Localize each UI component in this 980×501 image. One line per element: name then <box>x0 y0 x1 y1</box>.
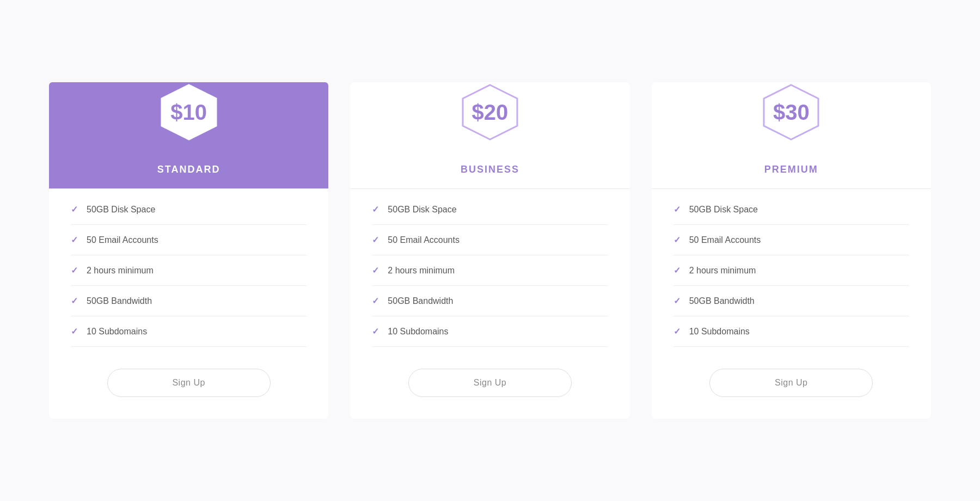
signup-button-premium[interactable]: Sign Up <box>709 369 873 397</box>
feature-item-0-0: ✓ 50GB Disk Space <box>71 194 307 225</box>
check-icon-2-1: ✓ <box>673 235 681 245</box>
feature-text-0-4: 10 Subdomains <box>87 327 147 337</box>
check-icon-1-0: ✓ <box>372 204 379 215</box>
check-icon-2-4: ✓ <box>673 326 681 337</box>
feature-text-1-0: 50GB Disk Space <box>388 205 456 215</box>
plan-footer-business: Sign Up <box>350 352 629 419</box>
plan-title-standard: STANDARD <box>49 137 328 188</box>
check-icon-0-4: ✓ <box>71 326 78 337</box>
feature-text-2-2: 2 hours minimum <box>689 266 756 276</box>
feature-text-1-3: 50GB Bandwidth <box>388 296 453 306</box>
check-icon-1-2: ✓ <box>372 265 379 276</box>
feature-item-0-1: ✓ 50 Email Accounts <box>71 225 307 255</box>
plan-features-business: ✓ 50GB Disk Space ✓ 50 Email Accounts ✓ … <box>350 189 629 352</box>
plan-price-business: $20 <box>472 100 509 125</box>
hexagon-wrapper-premium: $30 <box>758 82 824 142</box>
plan-header-business: $20 BUSINESS <box>350 82 629 188</box>
plan-header-premium: $30 PREMIUM <box>652 82 931 188</box>
plan-price-premium: $30 <box>773 100 810 125</box>
plan-features-standard: ✓ 50GB Disk Space ✓ 50 Email Accounts ✓ … <box>49 189 328 352</box>
check-icon-0-3: ✓ <box>71 296 78 306</box>
feature-text-2-1: 50 Email Accounts <box>689 235 761 245</box>
feature-text-2-3: 50GB Bandwidth <box>689 296 755 306</box>
signup-button-business[interactable]: Sign Up <box>408 369 572 397</box>
hexagon-wrapper-standard: $10 <box>156 82 222 142</box>
pricing-container: $10 STANDARD ✓ 50GB Disk Space ✓ 50 Emai… <box>27 60 953 441</box>
plan-card-business: $20 BUSINESS ✓ 50GB Disk Space ✓ 50 Emai… <box>350 82 629 419</box>
feature-text-1-4: 10 Subdomains <box>388 327 448 337</box>
hexagon-wrapper-business: $20 <box>457 82 523 142</box>
feature-item-1-4: ✓ 10 Subdomains <box>372 316 608 347</box>
plan-footer-premium: Sign Up <box>652 352 931 419</box>
feature-item-2-3: ✓ 50GB Bandwidth <box>673 286 909 316</box>
check-icon-1-4: ✓ <box>372 326 379 337</box>
check-icon-2-2: ✓ <box>673 265 681 276</box>
plan-title-business: BUSINESS <box>350 137 629 188</box>
check-icon-0-2: ✓ <box>71 265 78 276</box>
feature-item-0-2: ✓ 2 hours minimum <box>71 255 307 286</box>
signup-button-standard[interactable]: Sign Up <box>107 369 271 397</box>
check-icon-0-0: ✓ <box>71 204 78 215</box>
hexagon-premium: $30 <box>758 82 824 142</box>
feature-item-2-0: ✓ 50GB Disk Space <box>673 194 909 225</box>
feature-text-2-0: 50GB Disk Space <box>689 205 758 215</box>
check-icon-2-3: ✓ <box>673 296 681 306</box>
plan-price-standard: $10 <box>170 100 207 125</box>
feature-text-0-3: 50GB Bandwidth <box>87 296 152 306</box>
feature-text-1-1: 50 Email Accounts <box>388 235 460 245</box>
check-icon-1-3: ✓ <box>372 296 379 306</box>
check-icon-2-0: ✓ <box>673 204 681 215</box>
feature-item-1-0: ✓ 50GB Disk Space <box>372 194 608 225</box>
plan-footer-standard: Sign Up <box>49 352 328 419</box>
check-icon-0-1: ✓ <box>71 235 78 245</box>
feature-text-1-2: 2 hours minimum <box>388 266 455 276</box>
plan-card-standard: $10 STANDARD ✓ 50GB Disk Space ✓ 50 Emai… <box>49 82 328 419</box>
feature-item-1-1: ✓ 50 Email Accounts <box>372 225 608 255</box>
hexagon-standard: $10 <box>156 82 222 142</box>
feature-item-2-2: ✓ 2 hours minimum <box>673 255 909 286</box>
plan-card-premium: $30 PREMIUM ✓ 50GB Disk Space ✓ 50 Email… <box>652 82 931 419</box>
plan-header-standard: $10 STANDARD <box>49 82 328 188</box>
feature-item-2-4: ✓ 10 Subdomains <box>673 316 909 347</box>
feature-item-0-4: ✓ 10 Subdomains <box>71 316 307 347</box>
feature-item-2-1: ✓ 50 Email Accounts <box>673 225 909 255</box>
hexagon-business: $20 <box>457 82 523 142</box>
check-icon-1-1: ✓ <box>372 235 379 245</box>
feature-item-1-3: ✓ 50GB Bandwidth <box>372 286 608 316</box>
feature-item-0-3: ✓ 50GB Bandwidth <box>71 286 307 316</box>
plan-features-premium: ✓ 50GB Disk Space ✓ 50 Email Accounts ✓ … <box>652 189 931 352</box>
plan-title-premium: PREMIUM <box>652 137 931 188</box>
feature-text-0-2: 2 hours minimum <box>87 266 154 276</box>
feature-text-0-0: 50GB Disk Space <box>87 205 155 215</box>
feature-text-2-4: 10 Subdomains <box>689 327 750 337</box>
feature-text-0-1: 50 Email Accounts <box>87 235 158 245</box>
feature-item-1-2: ✓ 2 hours minimum <box>372 255 608 286</box>
